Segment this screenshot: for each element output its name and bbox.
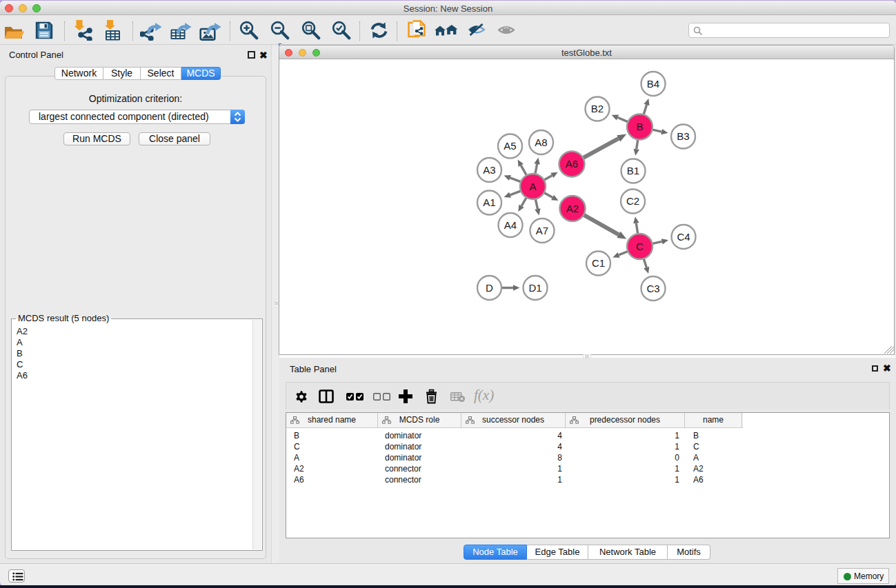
svg-text:B: B — [636, 121, 643, 132]
svg-text:C: C — [636, 241, 644, 252]
svg-text:A3: A3 — [483, 164, 495, 176]
svg-text:D1: D1 — [528, 282, 541, 294]
svg-text:C3: C3 — [646, 283, 659, 294]
svg-text:B3: B3 — [677, 130, 689, 142]
svg-text:A1: A1 — [483, 196, 495, 208]
svg-text:B4: B4 — [647, 78, 659, 90]
svg-text:C4: C4 — [677, 231, 690, 243]
svg-text:A6: A6 — [566, 158, 578, 170]
svg-text:D: D — [486, 282, 493, 294]
svg-text:A7: A7 — [536, 225, 548, 236]
svg-text:C1: C1 — [592, 257, 605, 269]
svg-text:A2: A2 — [566, 203, 579, 214]
svg-text:B2: B2 — [591, 103, 604, 114]
svg-text:A8: A8 — [535, 136, 547, 148]
svg-text:A5: A5 — [504, 140, 516, 152]
svg-text:A: A — [529, 181, 536, 192]
svg-text:C2: C2 — [626, 195, 639, 207]
svg-text:A4: A4 — [504, 219, 517, 231]
svg-text:B1: B1 — [627, 165, 639, 176]
